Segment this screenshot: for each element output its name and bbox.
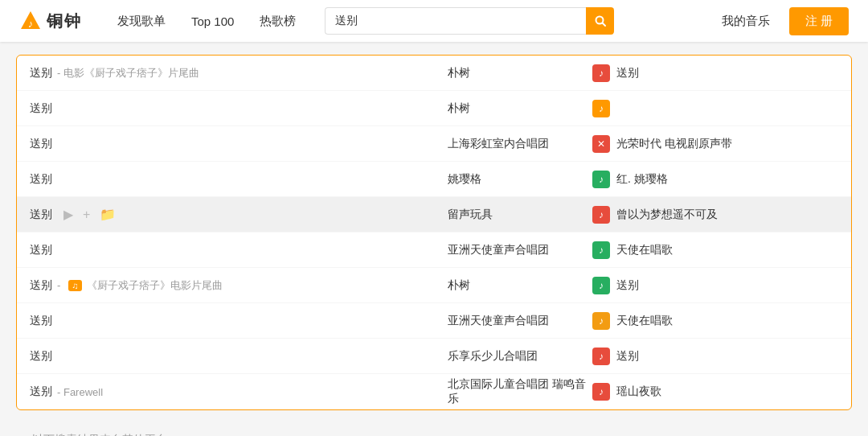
table-row[interactable]: 送别亚洲天使童声合唱团♪天使在唱歌 [17, 303, 851, 339]
song-title-col: 送别 - ♫《厨子戏子痞子》电影片尾曲 [30, 278, 448, 293]
album-icon: ♪ [592, 206, 610, 224]
album-icon: ♪ [592, 312, 610, 330]
search-icon [594, 14, 607, 27]
album-col: ♪瑶山夜歌 [592, 383, 838, 401]
table-row[interactable]: 送别姚璎格♪红. 姚璎格 [17, 162, 851, 197]
table-row[interactable]: 送别朴树♪ [17, 91, 851, 126]
song-sub: - 电影《厨子戏子痞子》片尾曲 [57, 66, 199, 80]
header: ♪ 铜钟 发现歌单 Top 100 热歌榜 我的音乐 注 册 [0, 0, 868, 42]
song-sub-text: 《厨子戏子痞子》电影片尾曲 [87, 278, 223, 293]
my-music-button[interactable]: 我的音乐 [715, 14, 776, 29]
album-col: ♪送别 [592, 348, 838, 365]
song-name: 送别 [30, 208, 52, 222]
play-icon[interactable]: ▶ [63, 207, 73, 222]
logo-icon: ♪ [19, 10, 42, 32]
song-name: 送别 [30, 314, 52, 328]
album-name: 送别 [616, 66, 639, 80]
song-title-col: 送别 - Farewell [30, 385, 448, 399]
song-name: 送别 [30, 385, 52, 399]
nav-top100[interactable]: Top 100 [178, 0, 247, 42]
album-col: ♪送别 [592, 64, 838, 82]
album-icon: ♪ [592, 383, 610, 401]
search-input[interactable] [325, 7, 585, 35]
artist-col: 朴树 [448, 278, 592, 293]
song-name: 送别 [30, 349, 52, 364]
svg-text:♪: ♪ [28, 18, 34, 30]
artist-col: 北京国际儿童合唱团 瑞鸣音乐 [448, 377, 592, 406]
album-icon: ♪ [592, 348, 610, 365]
album-icon: ♪ [592, 64, 610, 82]
artist-col: 乐享乐少儿合唱团 [448, 349, 592, 364]
album-name: 送别 [616, 349, 639, 364]
table-row[interactable]: 送别▶+📁留声玩具♪曾以为梦想遥不可及 [17, 197, 851, 232]
artist-col: 朴树 [448, 66, 592, 80]
search-button[interactable] [586, 7, 615, 35]
album-col: ✕光荣时代 电视剧原声带 [592, 135, 838, 153]
album-name: 天使在唱歌 [616, 243, 673, 257]
song-name: 送别 [30, 278, 52, 293]
artist-col: 亚洲天使童声合唱团 [448, 243, 592, 257]
results-box: 送别 - 电影《厨子戏子痞子》片尾曲朴树♪送别送别朴树♪送别上海彩虹室内合唱团✕… [16, 55, 852, 410]
main-nav: 发现歌单 Top 100 热歌榜 [104, 0, 309, 42]
nav-discover[interactable]: 发现歌单 [104, 0, 178, 42]
row-actions: ▶+📁 [63, 207, 116, 222]
album-icon: ✕ [592, 135, 610, 153]
album-col: ♪红. 姚璎格 [592, 171, 838, 188]
album-col: ♪ [592, 100, 838, 117]
main-content: 送别 - 电影《厨子戏子痞子》片尾曲朴树♪送别送别朴树♪送别上海彩虹室内合唱团✕… [0, 42, 868, 436]
below-platform-label: 以下搜索结果来自其他平台 [16, 423, 852, 436]
song-title-col: 送别 [30, 101, 448, 116]
song-title-col: 送别▶+📁 [30, 207, 448, 222]
search-area [325, 7, 614, 35]
song-title-col: 送别 [30, 137, 448, 151]
album-name: 送别 [616, 278, 639, 293]
artist-col: 亚洲天使童声合唱团 [448, 314, 592, 328]
song-sub: - Farewell [57, 386, 103, 398]
artist-col: 上海彩虹室内合唱团 [448, 137, 592, 151]
song-sub: - [57, 279, 60, 291]
table-row[interactable]: 送别 - 电影《厨子戏子痞子》片尾曲朴树♪送别 [17, 56, 851, 91]
table-row[interactable]: 送别 - Farewell北京国际儿童合唱团 瑞鸣音乐♪瑶山夜歌 [17, 374, 851, 409]
album-name: 红. 姚璎格 [616, 172, 668, 187]
folder-icon[interactable]: 📁 [100, 207, 116, 222]
album-icon: ♪ [592, 241, 610, 259]
logo[interactable]: ♪ 铜钟 [19, 10, 82, 32]
song-name: 送别 [30, 101, 52, 116]
song-title-col: 送别 [30, 349, 448, 364]
table-row[interactable]: 送别上海彩虹室内合唱团✕光荣时代 电视剧原声带 [17, 126, 851, 162]
header-right: 我的音乐 注 册 [715, 7, 849, 35]
album-icon: ♪ [592, 100, 610, 117]
nav-hot[interactable]: 热歌榜 [247, 0, 309, 42]
artist-col: 姚璎格 [448, 172, 592, 187]
album-name: 瑶山夜歌 [616, 385, 661, 399]
album-col: ♪送别 [592, 277, 838, 294]
album-col: ♪天使在唱歌 [592, 241, 838, 259]
song-title-col: 送别 [30, 172, 448, 187]
song-title-col: 送别 [30, 243, 448, 257]
logo-text: 铜钟 [47, 10, 82, 32]
album-name: 光荣时代 电视剧原声带 [616, 137, 732, 151]
album-icon: ♪ [592, 277, 610, 294]
album-name: 曾以为梦想遥不可及 [616, 208, 718, 222]
music-badge: ♫ [68, 280, 81, 291]
register-button[interactable]: 注 册 [789, 7, 849, 35]
album-name: 天使在唱歌 [616, 314, 673, 328]
song-name: 送别 [30, 66, 52, 80]
song-name: 送别 [30, 243, 52, 257]
album-col: ♪曾以为梦想遥不可及 [592, 206, 838, 224]
artist-col: 留声玩具 [448, 208, 592, 222]
song-title-col: 送别 - 电影《厨子戏子痞子》片尾曲 [30, 66, 448, 80]
table-row[interactable]: 送别乐享乐少儿合唱团♪送别 [17, 339, 851, 374]
table-row[interactable]: 送别亚洲天使童声合唱团♪天使在唱歌 [17, 232, 851, 268]
svg-line-3 [602, 23, 605, 27]
song-title-col: 送别 [30, 314, 448, 328]
artist-col: 朴树 [448, 101, 592, 116]
table-row[interactable]: 送别 - ♫《厨子戏子痞子》电影片尾曲朴树♪送别 [17, 268, 851, 303]
album-icon: ♪ [592, 171, 610, 188]
song-name: 送别 [30, 172, 52, 187]
album-col: ♪天使在唱歌 [592, 312, 838, 330]
song-name: 送别 [30, 137, 52, 151]
add-icon[interactable]: + [83, 208, 90, 222]
